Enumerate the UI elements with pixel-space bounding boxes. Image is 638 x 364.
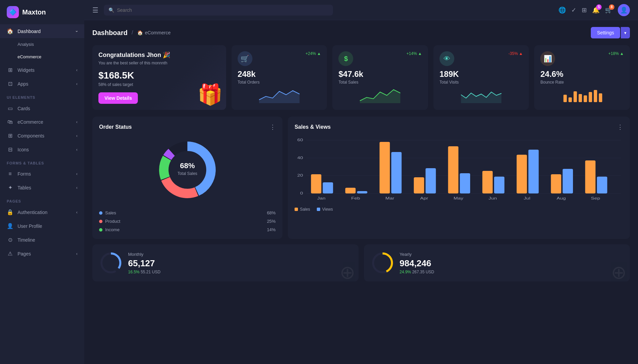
chevron-right-icon: ‹ [76,147,78,152]
chevron-right-icon: ‹ [76,68,78,72]
congrats-amount: $168.5K [98,70,220,81]
content-area: Dashboard / 🏠 eCommerce Settings ▾ Congr… [84,20,638,364]
sidebar-item-icons[interactable]: ⊟ Icons ‹ [0,143,84,156]
bar-legend-dot-sales [295,208,298,211]
chevron-right-icon: ‹ [76,120,78,124]
stat-header-sales: $ +14% ▲ [338,51,422,66]
forms-tables-section: FORMS & TABLES [0,156,84,167]
settings-button[interactable]: Settings [591,27,620,38]
settings-dropdown-button[interactable]: ▾ [621,27,630,38]
congrats-subtitle: You are the best seller of this monnnth [98,61,220,65]
sales-views-title: Sales & Views [295,124,331,130]
svg-rect-38 [517,155,527,193]
sidebar-item-ecommerce-ui[interactable]: 🛍 eCommerce ‹ [0,115,84,129]
user-avatar[interactable]: 👤 [618,4,630,16]
sales-views-header: Sales & Views ⋮ [295,123,623,131]
yearly-inner: Yearly 984,246 24.9% 267.35 USD [371,251,624,275]
sidebar-item-pages[interactable]: ⚠ Pages ‹ [0,247,84,261]
svg-rect-6 [579,94,582,102]
pages-section: PAGES [0,194,84,205]
svg-rect-39 [528,150,539,193]
svg-rect-41 [563,169,573,193]
monthly-inner: Monthly 65,127 16.5% 55.21 USD [99,251,352,275]
sidebar-item-cards[interactable]: ▭ Cards [0,101,84,115]
sidebar-item-widgets[interactable]: ⊞ Widgets ‹ [0,63,84,77]
visits-label: Total Visits [439,80,523,85]
svg-rect-36 [482,171,493,193]
cart-button[interactable]: 🛒 8 [605,6,612,14]
sidebar-item-tables[interactable]: ✦ Tables ‹ [0,181,84,194]
language-button[interactable]: 🌐 [558,6,566,14]
sidebar-item-analysis[interactable]: Analysis [0,38,84,51]
yearly-stats: Yearly 984,246 24.9% 267.35 USD [400,252,624,274]
breadcrumb-left: Dashboard / 🏠 eCommerce [92,29,171,37]
visits-mini-chart [439,88,523,103]
view-details-button[interactable]: View Details [98,92,138,104]
cards-icon: ▭ [7,105,13,112]
svg-rect-34 [448,146,458,193]
svg-text:Sep: Sep [591,196,600,200]
sidebar-item-forms[interactable]: ≡ Forms ‹ [0,167,84,181]
search-input[interactable] [117,7,328,13]
svg-text:May: May [454,196,463,200]
sidebar-item-apps[interactable]: ⊡ Apps ‹ [0,77,84,91]
gift-icon: 🎁 [198,83,223,107]
chevron-down-icon: › [74,31,79,32]
svg-text:Jan: Jan [317,196,326,200]
stat-card-visits: 👁 -35% ▲ 189K Total Visits [433,45,529,110]
legend-income: Income 14% [99,227,276,232]
sidebar-item-components[interactable]: ⊞ Components ‹ [0,129,84,143]
svg-rect-40 [551,174,561,193]
yearly-ring [371,251,394,275]
sidebar-item-user-profile[interactable]: 👤 User Profile [0,219,84,233]
yearly-period: Yearly [400,252,624,257]
svg-text:20: 20 [297,173,303,177]
bar-legend-views: Views [317,207,333,212]
order-status-title: Order Status [99,124,132,130]
grid-button[interactable]: ⊞ [582,6,587,14]
stat-header-bounce: 📊 +18% ▲ [540,51,624,66]
components-icon: ⊞ [7,132,13,139]
bar-legend-sales: Sales [295,207,310,212]
bell-button[interactable]: 🔔 5 [592,6,600,14]
order-status-more-icon[interactable]: ⋮ [270,123,276,131]
sales-label: Total Sales [338,80,422,85]
bar-legend-dot-views [317,208,320,211]
chevron-right-icon: ‹ [76,172,78,176]
svg-rect-35 [460,173,470,193]
stat-header-visits: 👁 -35% ▲ [439,51,523,66]
bell-badge: 5 [596,4,602,10]
sidebar-item-authentication[interactable]: 🔒 Authentication ‹ [0,205,84,219]
tables-icon: ✦ [7,184,13,191]
sidebar-item-label: User Profile [18,223,42,229]
sidebar-item-dashboard[interactable]: 🏠 Dashboard › [0,24,84,38]
home-icon: 🏠 [7,28,13,34]
sidebar-item-ecommerce-sub[interactable]: eCommerce [0,51,84,63]
sidebar-item-label: Pages [18,251,31,256]
sidebar-item-timeline[interactable]: ⊙ Timeline [0,233,84,247]
svg-rect-5 [574,91,577,102]
yearly-value: 984,246 [400,258,624,269]
monthly-stats: Monthly 65,127 16.5% 55.21 USD [128,252,352,274]
svg-rect-31 [391,152,402,193]
logo-text: Maxton [22,8,46,16]
lock-icon: 🔒 [7,209,13,215]
svg-rect-29 [357,191,367,193]
hamburger-button[interactable]: ☰ [92,6,98,14]
settings-button-group: Settings ▾ [591,27,630,38]
timeline-icon: ⊙ [7,237,13,243]
monthly-period: Monthly [128,252,352,257]
svg-text:68%: 68% [180,161,195,170]
sales-value: $47.6k [338,69,422,79]
svg-text:60: 60 [297,138,303,142]
chevron-right-icon: ‹ [76,133,78,138]
sidebar-item-label: Cards [18,106,30,111]
logo-icon: 🔷 [7,6,19,18]
bar-legend: Sales Views [295,207,623,212]
svg-rect-26 [311,174,322,193]
congrats-card: Congratulations Jhon 🎉 You are the best … [92,45,226,110]
sales-views-more-icon[interactable]: ⋮ [617,123,623,131]
svg-text:0: 0 [300,191,303,195]
checkmark-button[interactable]: ✓ [571,6,576,14]
ui-elements-section: UI ELEMENTS [0,91,84,101]
